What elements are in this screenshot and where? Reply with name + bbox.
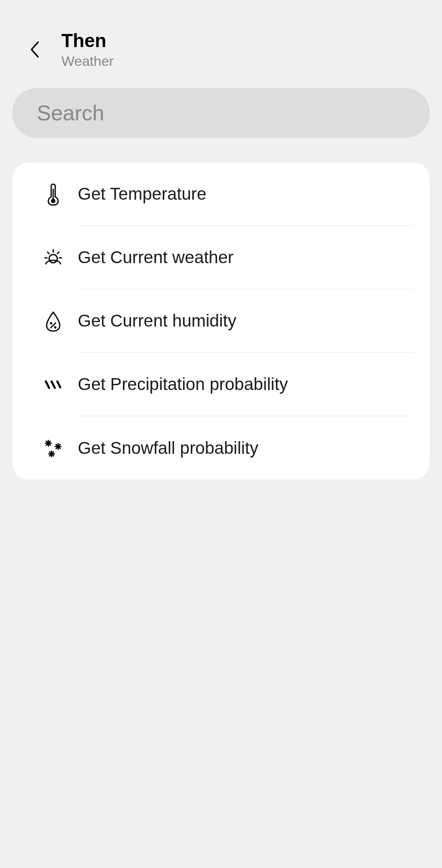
action-get-precipitation-probability[interactable]: Get Precipitation probability	[29, 353, 413, 416]
snow-icon	[29, 437, 78, 460]
page-title: Then	[61, 29, 114, 52]
item-label-wrap: Get Temperature	[78, 162, 413, 226]
svg-line-13	[57, 381, 61, 388]
action-label: Get Current humidity	[78, 311, 236, 331]
search-input[interactable]	[12, 88, 430, 138]
back-button[interactable]	[25, 39, 45, 60]
actions-list: Get Temperature Get Current weather	[12, 162, 430, 480]
svg-line-5	[57, 252, 59, 254]
action-get-current-weather[interactable]: Get Current weather	[29, 226, 413, 289]
rain-icon	[29, 373, 78, 396]
svg-point-9	[54, 326, 56, 328]
action-get-current-humidity[interactable]: Get Current humidity	[29, 289, 413, 353]
weather-icon	[29, 246, 78, 269]
action-label: Get Precipitation probability	[78, 374, 288, 394]
action-get-temperature[interactable]: Get Temperature	[29, 162, 413, 226]
page-subtitle: Weather	[61, 53, 114, 69]
action-label: Get Current weather	[78, 248, 234, 267]
item-label-wrap: Get Current weather	[78, 226, 413, 289]
svg-line-11	[46, 381, 49, 388]
title-block: Then Weather	[61, 29, 114, 69]
action-label: Get Temperature	[78, 184, 206, 204]
item-label-wrap: Get Snowfall probability	[78, 416, 413, 480]
action-label: Get Snowfall probability	[78, 438, 258, 458]
item-label-wrap: Get Current humidity	[78, 289, 413, 353]
humidity-icon	[29, 310, 78, 333]
svg-point-1	[51, 199, 55, 203]
item-label-wrap: Get Precipitation probability	[78, 353, 413, 416]
chevron-left-icon	[30, 41, 40, 59]
header: Then Weather	[0, 0, 442, 81]
svg-line-4	[47, 252, 49, 254]
svg-point-2	[49, 255, 57, 263]
svg-line-12	[52, 381, 55, 388]
thermometer-icon	[29, 183, 78, 206]
action-get-snowfall-probability[interactable]: Get Snowfall probability	[29, 416, 413, 480]
svg-point-8	[50, 322, 52, 324]
search-container	[0, 81, 442, 150]
